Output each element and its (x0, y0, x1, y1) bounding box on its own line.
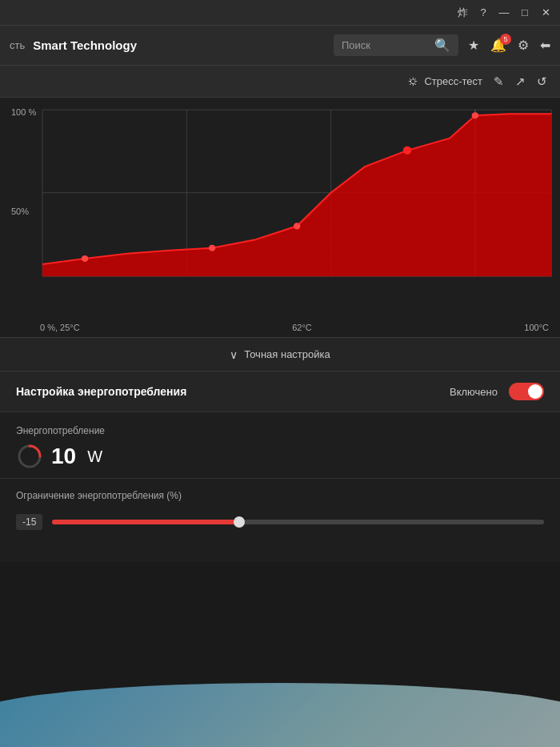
search-input[interactable] (342, 39, 430, 51)
chevron-down-icon: ∨ (230, 348, 238, 361)
consumption-value-row: 10 W (16, 443, 544, 470)
slider-row: -15 (16, 514, 544, 530)
title-bar-icons: 炸 ? — □ ✕ (454, 6, 554, 20)
chart-inner (0, 106, 560, 313)
power-setting-row: Настройка энергопотребления Включено (0, 371, 560, 412)
toolbar: ⛭ Стресс-тест ✎ ↗ ↺ (0, 66, 560, 98)
settings-icon[interactable]: 炸 (454, 6, 470, 20)
bottom-decoration (0, 683, 560, 747)
chart-bottom-labels: 0 %, 25°C 62°C 100°C (0, 323, 560, 332)
consumption-label: Энергопотребление (16, 425, 544, 436)
chart-label-left: 0 %, 25°C (40, 323, 80, 332)
search-box[interactable]: 🔍 (334, 34, 458, 56)
toggle-thumb (528, 384, 542, 399)
breadcrumb: сть (10, 39, 25, 51)
svg-marker-10 (42, 114, 551, 276)
power-toggle[interactable] (509, 383, 544, 400)
chart-label-mid: 62°C (292, 323, 312, 332)
power-setting-label: Настройка энергопотребления (16, 385, 186, 398)
limit-label: Ограничение энергопотребления (%) (16, 490, 544, 501)
chart-svg (0, 106, 560, 313)
slider-thumb[interactable] (234, 516, 245, 528)
export-icon[interactable]: ↗ (515, 74, 526, 89)
refresh-icon[interactable]: ↺ (537, 74, 547, 89)
power-setting-value: Включено (450, 386, 498, 398)
header-icons: ★ 🔔 5 ⚙ ⬅ (468, 38, 550, 53)
stress-test-button[interactable]: ⛭ Стресс-тест (407, 74, 482, 88)
slider-fill (52, 520, 239, 524)
maximize-icon[interactable]: □ (517, 6, 533, 18)
svg-point-11 (82, 255, 88, 262)
consumption-section: Энергопотребление 10 W (0, 412, 560, 478)
power-setting-right: Включено (450, 383, 544, 400)
app-title: Smart Technology (33, 38, 137, 52)
help-icon[interactable]: ? (475, 6, 491, 18)
close-icon[interactable]: ✕ (538, 6, 554, 18)
stress-test-label: Стресс-тест (424, 75, 482, 87)
app-header: сть Smart Technology 🔍 ★ 🔔 5 ⚙ ⬅ (0, 26, 560, 66)
app-header-left: сть Smart Technology (10, 38, 324, 52)
chart-label-right: 100°C (524, 323, 549, 332)
arc-icon (16, 443, 43, 470)
edit-icon[interactable]: ✎ (494, 74, 504, 89)
gear-icon[interactable]: ⚙ (518, 38, 529, 53)
title-bar: 炸 ? — □ ✕ (0, 0, 560, 26)
svg-point-14 (403, 147, 412, 155)
star-icon[interactable]: ★ (468, 38, 479, 53)
consumption-unit: W (87, 448, 102, 466)
stress-icon: ⛭ (407, 74, 419, 88)
chart-area: 100 % 50% (0, 98, 560, 338)
slider-track[interactable] (52, 520, 544, 524)
svg-point-12 (209, 245, 215, 251)
consumption-number: 10 (51, 444, 76, 469)
limit-section: Ограничение энергопотребления (%) -15 (0, 479, 560, 546)
settings-area: Настройка энергопотребления Включено Эне… (0, 371, 560, 562)
search-icon: 🔍 (434, 38, 450, 53)
fine-tune-label: Точная настройка (244, 348, 330, 360)
fine-tune-row[interactable]: ∨ Точная настройка (0, 338, 560, 371)
minimize-icon[interactable]: — (496, 6, 512, 18)
slider-value-box: -15 (16, 514, 42, 530)
notification-badge: 5 (500, 34, 511, 45)
svg-point-13 (294, 223, 300, 229)
back-icon[interactable]: ⬅ (540, 38, 550, 53)
svg-point-15 (472, 112, 478, 118)
bell-icon[interactable]: 🔔 5 (490, 38, 506, 53)
